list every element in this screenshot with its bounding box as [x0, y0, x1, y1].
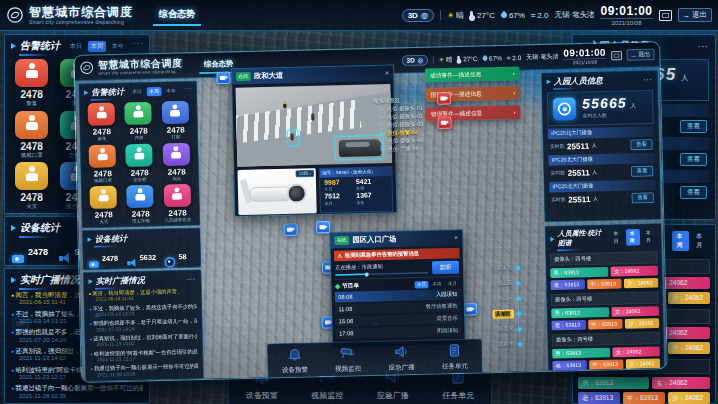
chevron-right-icon: ›: [513, 71, 515, 77]
live-video-feed[interactable]: [236, 84, 393, 167]
sun-icon: ☀: [447, 11, 454, 20]
youth-pill: 少：24062: [668, 342, 710, 354]
district-item[interactable]: 新吴区: [486, 321, 524, 337]
schedule-name: 餐厅就餐通告: [426, 303, 458, 311]
3d-mode-toggle[interactable]: 3D ◎: [402, 9, 434, 22]
tab-today[interactable]: 今日: [414, 280, 428, 288]
district-label: 新吴区: [498, 326, 514, 334]
tree-node[interactable]: 点位-广播-06: [375, 144, 453, 154]
view-button[interactable]: 查看: [680, 120, 707, 133]
clock: 09:01:00 2021/10/08: [600, 5, 652, 26]
schedule-row[interactable]: 15:08 背景音乐: [335, 313, 461, 326]
schedule-time: 11:08: [338, 306, 352, 312]
video-pedestrian: [283, 101, 286, 108]
people-total-unit: 人: [681, 74, 688, 81]
district-item[interactable]: 宜兴市: [487, 337, 525, 353]
stat-label: 本年: [356, 199, 388, 205]
video-monitor-button[interactable]: 视频监控: [321, 342, 375, 382]
toolbar-label: 设备预警: [246, 390, 278, 401]
district-item[interactable]: 梁溪区: [485, 260, 523, 276]
humidity-item: 67%: [501, 11, 525, 20]
device-value: 2478: [28, 247, 48, 257]
humidity-icon: [500, 11, 508, 19]
tab-overview[interactable]: 综合态势: [153, 5, 201, 26]
top-header-bar: 智慧城市综合调度 Smart city comprehensive dispat…: [0, 0, 718, 31]
warning-icon: ⚠: [337, 253, 342, 260]
district-label: 梁溪区: [496, 264, 512, 272]
device-alarm-icon: [285, 348, 303, 365]
view-button[interactable]: 查看: [680, 186, 707, 199]
toolbar-label: 视频监控: [335, 364, 361, 373]
playback-progress-bar[interactable]: [335, 272, 428, 276]
more-icon[interactable]: ···: [698, 42, 709, 51]
speaker-marker[interactable]: [316, 221, 330, 233]
smart-city-dashboard: 智慧城市综合调度 Smart city comprehensive dispat…: [0, 0, 718, 404]
online-status-badge: 在线: [334, 236, 349, 245]
close-icon[interactable]: ×: [385, 70, 389, 77]
district-dot: [517, 342, 521, 346]
alarm-stat-item[interactable]: 2478火灾: [9, 160, 54, 212]
alarm-value: 2478: [21, 192, 43, 203]
success-toast[interactable]: 成功事件—描述信息 ›: [425, 66, 520, 82]
alarm-title-text: 告警统计: [20, 39, 60, 53]
schedule-row[interactable]: 11:08 餐厅就餐通告: [335, 301, 461, 314]
channel-badge[interactable]: 12路 ›: [295, 170, 314, 178]
online-status-badge: 在线: [236, 72, 251, 81]
broadcast-title-text: 实时广播情况: [20, 273, 80, 287]
alarm-stat-item[interactable]: 2478聚集: [9, 57, 54, 109]
camera-stats-card: 编号：S8363（政和大道） 9987今日 5421本周 7512本月 1367…: [319, 166, 393, 213]
wind-icon: ≈: [531, 11, 535, 20]
schedule-time: 17:08: [339, 330, 353, 336]
app-logo-icon: [6, 6, 24, 24]
alarm-stat-item[interactable]: 2478佩戴口罩: [9, 109, 54, 161]
tab-month[interactable]: 本月: [692, 231, 709, 251]
time-value: 09:01:00: [600, 5, 652, 17]
broadcast-popup: 在线 园区入口广场 × ⚠ 检测到紧急事件告警的预警消息 正在播放：市政通知 监…: [329, 229, 465, 348]
exit-button[interactable]: → 退出: [678, 8, 713, 22]
schedule-row[interactable]: 17:08 闭园须知: [336, 325, 462, 338]
close-icon[interactable]: ×: [454, 234, 458, 241]
broadcast-popup-title: 园区入口广场: [352, 234, 396, 246]
device-alarm-button[interactable]: 设备预警: [268, 343, 322, 382]
exit-label: 退出: [692, 10, 707, 20]
alarm-label: 聚集: [26, 100, 37, 107]
camera-popup-title: 政和大道: [254, 70, 284, 81]
chevron-right-icon: ›: [514, 109, 516, 115]
schedule-row[interactable]: 08:08 入园须知: [335, 289, 461, 302]
district-label: 宜兴市: [498, 341, 514, 349]
app-title: 智慧城市综合调度: [29, 6, 133, 18]
district-item[interactable]: 惠山区: [486, 291, 524, 307]
district-item-active[interactable]: 滨湖区: [486, 306, 524, 322]
alert-banner[interactable]: ⚠ 检测到紧急事件告警的预警消息: [334, 248, 460, 261]
tab-week[interactable]: 本周: [88, 41, 106, 52]
view-button[interactable]: 查看: [680, 153, 707, 166]
alert-marker[interactable]: [437, 92, 451, 104]
alarm-period-tabs: 本日 本周 本年: [67, 41, 127, 52]
camera-marker[interactable]: [216, 72, 230, 84]
humidity-value: 67%: [509, 11, 525, 20]
tab-day[interactable]: 本日: [67, 41, 85, 52]
detail-overlay-window[interactable]: 智慧城市综合调度 Smart city comprehensive dispat…: [73, 41, 668, 383]
tab-week[interactable]: 本周: [672, 231, 689, 251]
camera-device-image: 12路 ›: [237, 168, 316, 215]
listen-button[interactable]: 监听: [432, 261, 459, 275]
broadcast-list-item[interactable]: 我通过镜子向一颗心脏展示一些你不可过的最终模拟…2021-11-28 10:35: [5, 383, 149, 402]
chevron-right-icon: ›: [513, 90, 515, 96]
crowd-alarm-icon: [15, 59, 48, 87]
broadcast-text: 我通过镜子向一颗心脏展示一些你不可过的最终模拟…: [11, 384, 143, 392]
tab-year[interactable]: 本年: [109, 41, 127, 52]
district-dot: [517, 327, 521, 331]
more-icon[interactable]: ···: [133, 39, 144, 48]
video-pedestrian: [311, 113, 314, 120]
tab-month[interactable]: 本月: [445, 280, 459, 288]
district-item[interactable]: 锡山区: [485, 275, 523, 291]
fullscreen-icon[interactable]: [659, 10, 672, 21]
alarm-label: 火灾: [26, 203, 37, 210]
district-label: 滨湖区: [493, 310, 514, 319]
alert-marker[interactable]: [438, 116, 452, 128]
exit-arrow-icon: →: [683, 11, 691, 20]
toast-text: 成功事件—描述信息: [430, 70, 482, 79]
tab-week[interactable]: 本周: [430, 280, 444, 288]
globe-icon: ◎: [421, 11, 428, 20]
schedule-name: 背景音乐: [436, 315, 457, 323]
